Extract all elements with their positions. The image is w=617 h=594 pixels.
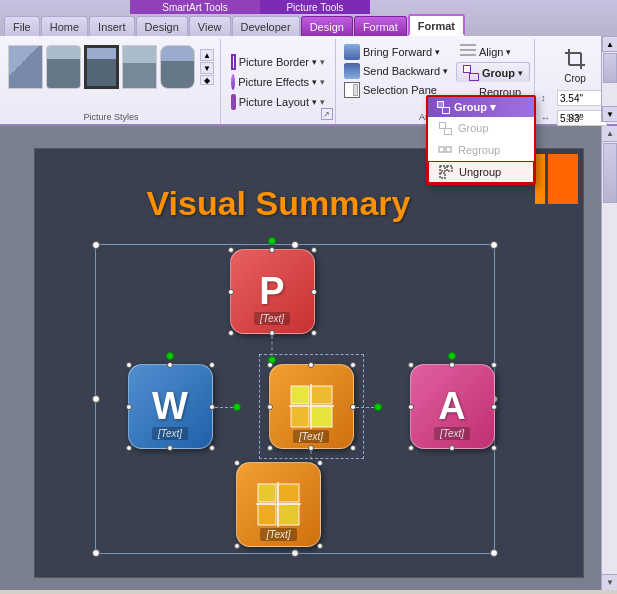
picture-tools-header: Picture Tools <box>260 0 370 14</box>
send-backward-btn[interactable]: Send Backward ▾ <box>340 62 452 80</box>
green-handle-left-top[interactable] <box>166 352 174 360</box>
ribbon-scroll-track <box>602 52 617 106</box>
style-thumb-1[interactable] <box>8 45 43 89</box>
group-dropdown-btn[interactable]: Group ▾ <box>456 62 530 82</box>
dropdown-regroup-label: Regroup <box>458 144 500 156</box>
style-thumb-4[interactable] <box>122 45 157 89</box>
crop-label: Crop <box>564 73 586 84</box>
powerpoint-icon[interactable]: P [Text] <box>230 249 315 334</box>
dropdown-item-regroup[interactable]: Regroup <box>428 139 534 161</box>
scroll-track-main <box>602 142 617 574</box>
svg-rect-4 <box>440 173 445 178</box>
group-dropdown-menu: Group ▾ Group Regroup <box>426 95 536 185</box>
app-container: SmartArt Tools Picture Tools File Home I… <box>0 0 617 594</box>
svg-rect-11 <box>291 406 309 427</box>
tab-developer[interactable]: Developer <box>232 16 300 36</box>
svg-rect-18 <box>278 504 299 525</box>
dropdown-item-ungroup[interactable]: Ungroup <box>428 161 534 183</box>
send-backward-arrow: ▾ <box>443 66 448 76</box>
tabs-row: File Home Insert Design View Developer D… <box>0 14 617 36</box>
arrange-col-2: Align ▾ Group ▾ Regroup <box>456 43 530 101</box>
picture-effects-btn[interactable]: Picture Effects ▾ <box>227 73 329 91</box>
ribbon-scroll-thumb[interactable] <box>603 53 617 83</box>
group-icon-sm <box>436 100 450 114</box>
green-handle-top[interactable] <box>268 237 276 245</box>
smartart-tools-label: SmartArt Tools <box>162 2 227 13</box>
excel-icon-group: [Text] <box>269 364 354 449</box>
green-handle-middle-left[interactable] <box>233 403 241 411</box>
picture-styles-label: Picture Styles <box>2 112 220 122</box>
powerpoint-icon-group: P [Text] <box>230 249 315 334</box>
orange-decoration-2 <box>535 154 545 204</box>
handle-tm[interactable] <box>291 241 299 249</box>
tab-insert[interactable]: Insert <box>89 16 135 36</box>
group-arrow: ▾ <box>518 68 523 78</box>
svg-rect-2 <box>440 166 445 171</box>
handle-br[interactable] <box>490 549 498 557</box>
dropdown-item-group[interactable]: Group <box>428 117 534 139</box>
svg-rect-15 <box>258 484 276 502</box>
word-icon-group: W [Text] <box>128 364 213 449</box>
align-btn[interactable]: Align ▾ <box>456 43 530 61</box>
height-input[interactable] <box>557 90 607 106</box>
align-icon <box>460 44 476 60</box>
ribbon-content: ▲ ▼ ◆ Picture Styles Picture Border ▾ Pi… <box>0 36 617 126</box>
ribbon-scrollbar[interactable]: ▲ ▼ <box>601 36 617 122</box>
handle-ml[interactable] <box>92 395 100 403</box>
align-label: Align <box>479 46 503 58</box>
word-icon[interactable]: W [Text] <box>128 364 213 449</box>
scroll-thumb-main[interactable] <box>603 143 617 203</box>
access-icon[interactable]: A [Text] <box>410 364 495 449</box>
style-thumb-2[interactable] <box>46 45 81 89</box>
picture-effects-arrow: ▾ <box>312 77 317 87</box>
svg-rect-16 <box>278 484 299 502</box>
arrange-content: Bring Forward ▾ Send Backward ▾ Selectio… <box>340 43 530 101</box>
outlook-icon[interactable]: [Text] <box>236 462 321 547</box>
green-handle-middle-right[interactable] <box>374 403 382 411</box>
picture-styles-group: ▲ ▼ ◆ Picture Styles <box>2 39 221 124</box>
bring-forward-label: Bring Forward <box>363 46 432 58</box>
svg-rect-3 <box>447 166 452 171</box>
picture-effects-label: Picture Effects <box>238 76 309 88</box>
crop-btn[interactable]: Crop <box>541 43 609 88</box>
arrange-group: Bring Forward ▾ Send Backward ▾ Selectio… <box>336 39 535 124</box>
send-backward-label: Send Backward <box>363 65 440 77</box>
handle-tl[interactable] <box>92 241 100 249</box>
picture-layout-btn[interactable]: Picture Layout ▾ <box>227 93 329 111</box>
ribbon-scroll-up[interactable]: ▲ <box>602 36 617 52</box>
style-thumb-5[interactable] <box>160 45 195 89</box>
main-scrollbar-right[interactable]: ▲ ▼ <box>601 126 617 590</box>
picture-layout-arrow: ▾ <box>312 97 317 107</box>
tab-smartart-format[interactable]: Format <box>354 16 407 36</box>
access-icon-group: A [Text] <box>410 364 495 449</box>
tab-design[interactable]: Design <box>136 16 188 36</box>
picture-border-arrow: ▾ <box>312 57 317 67</box>
ungroup-item-icon <box>439 165 453 179</box>
picture-options-extend[interactable]: ↗ <box>321 108 333 120</box>
handle-bl[interactable] <box>92 549 100 557</box>
tab-picture-format-active[interactable]: Format <box>408 14 465 36</box>
dropdown-ungroup-label: Ungroup <box>459 166 501 178</box>
middle-row: W [Text] <box>100 364 523 449</box>
tab-smartart-design[interactable]: Design <box>301 16 353 36</box>
excel-icon[interactable]: [Text] <box>269 364 354 449</box>
green-handle-right-top[interactable] <box>448 352 456 360</box>
tab-view[interactable]: View <box>189 16 231 36</box>
scroll-up-btn[interactable]: ▲ <box>602 126 617 142</box>
picture-border-btn[interactable]: Picture Border ▾ <box>227 53 329 71</box>
tab-home[interactable]: Home <box>41 16 88 36</box>
ribbon-scroll-down[interactable]: ▼ <box>602 106 617 122</box>
style-thumb-3[interactable] <box>84 45 120 89</box>
outlook-icon-group: [Text] <box>236 462 321 547</box>
svg-rect-10 <box>311 386 332 404</box>
selection-pane-label: Selection Pane <box>363 84 437 96</box>
handle-bm[interactable] <box>291 549 299 557</box>
group-label: Group <box>482 67 515 79</box>
bring-forward-btn[interactable]: Bring Forward ▾ <box>340 43 452 61</box>
scroll-down-btn[interactable]: ▼ <box>602 574 617 590</box>
tab-file[interactable]: File <box>4 16 40 36</box>
selection-pane-icon <box>344 82 360 98</box>
bring-forward-icon <box>344 44 360 60</box>
handle-tr[interactable] <box>490 241 498 249</box>
styles-scroll-more[interactable]: ▲ ▼ ◆ <box>200 49 214 85</box>
